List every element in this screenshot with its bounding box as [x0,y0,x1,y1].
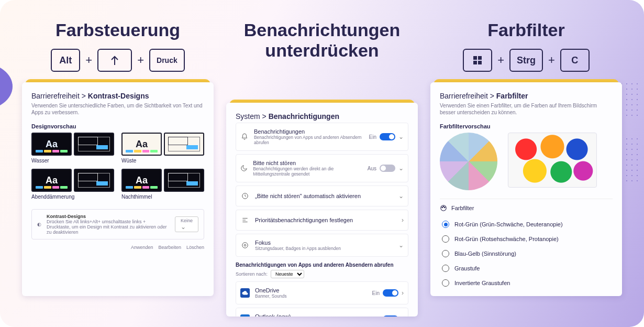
colorfilter-option[interactable]: Invertierte Graustufen [440,276,613,290]
plus-icon: + [497,53,504,67]
sort-select[interactable]: Neueste [271,270,304,278]
key-windows [463,49,492,72]
button-anwenden[interactable]: Anwenden [131,245,153,250]
row-title: Fokus [255,239,341,246]
preview-label: Designvorschau [31,123,204,129]
theme-tile[interactable]: Aa Wasser [31,133,114,164]
colorfilter-option[interactable]: Rot-Grün (Grün-Schwäche, Deuteranopie) [440,217,613,232]
breadcrumb-parent[interactable]: Barrierefreiheit [31,92,80,100]
column-colorfilter: Farbfilter + Strg + C Barrierefreiheit >… [430,16,622,327]
toggle[interactable] [383,315,398,317]
breadcrumb-current: Kontrast-Designs [88,92,149,100]
settings-row[interactable]: Benachrichtigungen Benachrichtigungen vo… [236,123,408,151]
plus-icon: + [85,53,92,67]
title-notifications: Benachrichtungen unterdrücken [226,20,418,61]
preview-label: Farbfiltervorschau [440,123,613,129]
breadcrumb-parent[interactable]: System [236,112,260,121]
colorfilter-option[interactable]: Graustufe [440,261,613,276]
plus-icon: + [548,53,555,67]
radio-icon[interactable] [442,279,449,287]
theme-name: Abenddämmerung [31,194,114,200]
svg-point-11 [443,206,444,207]
subtitle: Verwenden Sie unterschiedliche Farben, u… [31,102,204,116]
app-notification-row[interactable]: Outlook (new) Sounds Ein › [236,308,408,317]
plus-icon: + [137,53,144,67]
app-name: OneDrive [255,287,287,293]
chevron-icon: ⌄ [398,242,404,249]
option-label: Rot-Grün (Grün-Schwäche, Deuteranopie) [454,221,563,227]
app-name: Outlook (new) [255,313,291,317]
breadcrumb[interactable]: Barrierefreiheit > Farbfilter [440,92,613,100]
column-notifications: Benachrichtungen unterdrücken System > B… [226,16,418,327]
sort-label: Sortieren nach: [236,271,268,277]
svg-point-10 [442,207,443,208]
subtitle: Verwenden Sie einen Farbfilter, um die F… [440,102,613,116]
theme-tile[interactable]: Aa Nachthimmel [121,169,204,200]
app-notification-row[interactable]: OneDrive Banner, Sounds Ein › [236,281,408,304]
option-label: Blau-Gelb (Sinnstörung) [454,250,516,257]
theme-name: Nachthimmel [121,194,204,200]
button-löschen[interactable]: Löschen [186,245,204,250]
svg-rect-5 [473,56,477,60]
theme-tile[interactable]: Aa Wüste [121,133,204,164]
theme-name: Wüste [121,158,204,164]
colorfilter-option[interactable]: Rot-Grün (Rotsehschwäche, Protanopie) [440,232,613,246]
row-title: Bitte nicht stören [253,160,362,166]
row-title: Prioritätsbenachrichtigungen festlegen [255,217,353,223]
column-contrast: Farbsteuerung Alt + + Druck Barrierefrei… [22,16,214,327]
chevron-icon: › [402,315,404,317]
panel-contrast: Barrierefreiheit > Kontrast-Designs Verw… [22,82,214,296]
toggle[interactable] [383,289,398,297]
breadcrumb-parent[interactable]: Barrierefreiheit [440,92,488,100]
contrast-icon: ◐ [37,222,41,227]
svg-point-1 [242,243,248,248]
option-label: Graustufe [454,265,480,271]
key-c: C [560,49,590,72]
breadcrumb-current: Farbfilter [496,92,528,100]
filter-section-header[interactable]: Farbfilter [440,204,613,212]
toggle-state-label: Ein [372,290,380,296]
chevron-icon: ⌄ [398,192,404,200]
breadcrumb[interactable]: System > Benachrichtigungen [236,112,408,121]
settings-row[interactable]: Fokus Sitzungsdauer, Badges in Apps ausb… [236,234,408,257]
title-contrast: Farbsteuerung [55,20,180,40]
svg-rect-8 [478,61,482,64]
settings-row[interactable]: Prioritätsbenachrichtigungen festlegen › [236,210,408,231]
row-title: Benachrichtigungen [254,128,364,135]
toggle[interactable] [380,133,395,140]
shortcut-contrast: Alt + + Druck [51,48,184,73]
bell-icon [240,132,249,141]
key-print: Druck [149,49,185,72]
row-subtitle: Benachrichtigungen von Apps und anderen … [254,135,364,145]
mail-icon [240,314,250,317]
theme-name: Wasser [31,158,114,164]
svg-point-12 [444,207,445,208]
chevron-down-icon: ⌄ [181,223,186,231]
toggle[interactable] [380,165,395,172]
radio-icon[interactable] [442,265,449,272]
key-alt: Alt [51,49,80,72]
theme-tile[interactable]: Aa Abenddämmerung [31,169,114,200]
svg-rect-7 [473,61,477,64]
radio-icon[interactable] [442,221,449,228]
option-label: Rot-Grün (Rotsehschwäche, Protanopie) [454,236,559,242]
priority-icon [240,215,250,225]
shortcut-colorfilter: + Strg + C [463,48,590,73]
radio-icon[interactable] [442,250,449,257]
toggle-state-label: Ein [372,317,380,317]
button-bearbeiten[interactable]: Bearbeiten [158,245,181,250]
settings-row[interactable]: Bitte nicht stören Benachrichtigungen we… [236,154,408,182]
contrast-theme-selector[interactable]: ◐ Kontrast-Designs Drücken Sie Alt links… [31,209,204,239]
radio-icon[interactable] [442,235,449,243]
colorfilter-option[interactable]: Blau-Gelb (Sinnstörung) [440,246,613,261]
breadcrumb[interactable]: Barrierefreiheit > Kontrast-Designs [31,92,204,100]
panel-colorfilter: Barrierefreiheit > Farbfilter Verwenden … [430,82,622,296]
settings-row[interactable]: „Bitte nicht stören" automatisch aktivie… [236,186,408,206]
contrast-select[interactable]: Keine ⌄ [175,216,198,232]
key-ctrl: Strg [509,49,543,72]
option-label: Invertierte Graustufen [454,280,510,286]
chevron-icon: ⌄ [398,165,404,172]
toggle-state-label: Aus [368,166,376,171]
svg-point-2 [244,244,246,246]
focus-icon [240,241,250,250]
